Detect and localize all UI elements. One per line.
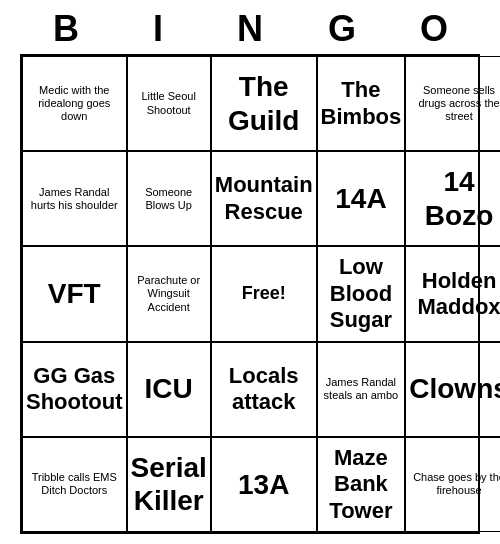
bingo-cell-r2-c1: Parachute or Wingsuit Accident (127, 246, 211, 341)
bingo-cell-r0-c0: Medic with the ridealong goes down (22, 56, 127, 151)
bingo-letter-I: I (116, 8, 200, 50)
bingo-cell-r4-c0: Tribble calls EMS Ditch Doctors (22, 437, 127, 532)
bingo-cell-r3-c3: James Randal steals an ambo (317, 342, 406, 437)
bingo-cell-r0-c4: Someone sells drugs across the street (405, 56, 500, 151)
bingo-cell-r2-c3: Low Blood Sugar (317, 246, 406, 341)
bingo-header: BINGO (20, 0, 480, 54)
bingo-letter-G: G (300, 8, 384, 50)
bingo-cell-r1-c2: Mountain Rescue (211, 151, 317, 246)
bingo-cell-r0-c1: Little Seoul Shootout (127, 56, 211, 151)
bingo-letter-N: N (208, 8, 292, 50)
bingo-cell-r2-c4: Holden Maddox (405, 246, 500, 341)
bingo-cell-r2-c0: VFT (22, 246, 127, 341)
bingo-cell-r1-c1: Someone Blows Up (127, 151, 211, 246)
bingo-cell-r1-c3: 14A (317, 151, 406, 246)
bingo-cell-r3-c2: Locals attack (211, 342, 317, 437)
bingo-cell-r0-c3: The Bimbos (317, 56, 406, 151)
bingo-cell-r4-c3: Maze Bank Tower (317, 437, 406, 532)
bingo-letter-O: O (392, 8, 476, 50)
bingo-cell-r3-c4: Clowns (405, 342, 500, 437)
bingo-cell-r2-c2: Free! (211, 246, 317, 341)
bingo-cell-r4-c2: 13A (211, 437, 317, 532)
bingo-cell-r0-c2: The Guild (211, 56, 317, 151)
bingo-cell-r4-c1: Serial Killer (127, 437, 211, 532)
bingo-cell-r4-c4: Chase goes by the firehouse (405, 437, 500, 532)
bingo-cell-r3-c0: GG Gas Shootout (22, 342, 127, 437)
bingo-cell-r1-c0: James Randal hurts his shoulder (22, 151, 127, 246)
bingo-cell-r1-c4: 14 Bozo (405, 151, 500, 246)
bingo-grid: Medic with the ridealong goes downLittle… (20, 54, 480, 534)
bingo-cell-r3-c1: ICU (127, 342, 211, 437)
bingo-letter-B: B (24, 8, 108, 50)
